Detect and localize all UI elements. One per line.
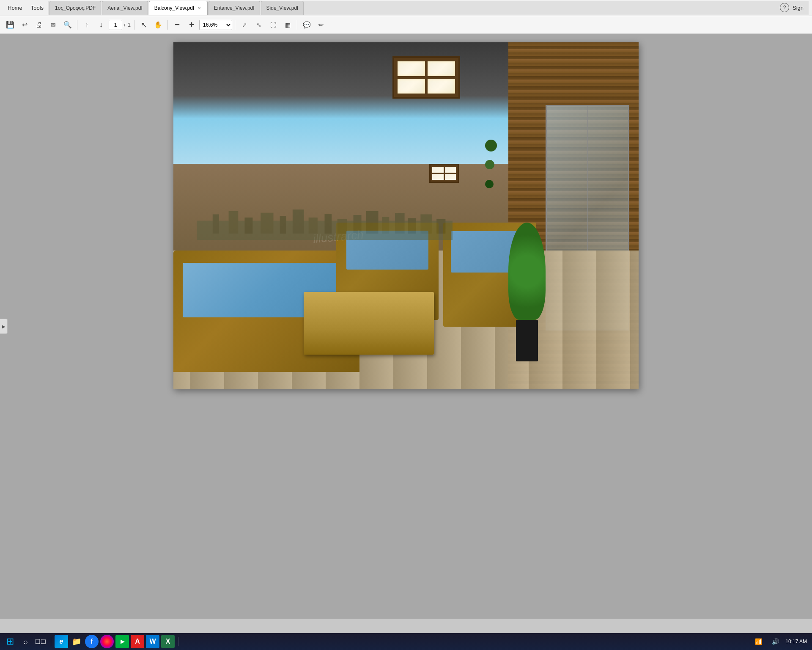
tab-tab4[interactable]: Entance_View.pdf [208, 1, 260, 15]
plant-leaves [508, 223, 546, 320]
tab-close-tab3[interactable]: × [197, 5, 202, 11]
tab-label-tab1: 1ος_Οροφος.PDF [55, 5, 96, 11]
tab-right-actions: ? Sign [780, 1, 807, 15]
tab-bar: 1ος_Οροφος.PDFAerial_View.pdfBalcony_Vie… [48, 1, 809, 15]
svg-rect-11 [366, 211, 379, 234]
page-separator: / [124, 22, 125, 28]
svg-rect-3 [244, 218, 252, 234]
plant-right [508, 223, 546, 361]
zoom-out-button[interactable]: − [170, 19, 184, 31]
svg-rect-6 [293, 210, 304, 234]
taskbar-volume-icon[interactable]: 🔊 [768, 635, 782, 648]
balcony-render-image: illustrarch [173, 42, 639, 389]
fit-page-button[interactable]: ⤡ [252, 19, 266, 31]
shelf-item-2 [485, 160, 494, 169]
lamp-body-large [392, 56, 460, 99]
svg-rect-4 [261, 213, 273, 234]
sign-button[interactable]: Sign [793, 5, 804, 11]
taskbar-time: 10:17 AM [785, 639, 809, 644]
svg-rect-1 [213, 215, 219, 234]
zoom-select[interactable]: 16.6% 50% 75% 100% 125% 150% 200% Fit Pa… [199, 20, 232, 30]
city-skyline-svg [197, 188, 453, 240]
tools2-button[interactable]: ▦ [281, 19, 294, 31]
svg-rect-16 [436, 219, 445, 234]
select-tool-button[interactable]: ↖ [137, 19, 151, 31]
tab-tab3[interactable]: Balcony_View.pdf× [149, 1, 208, 15]
toolbar: 💾 ↩ 🖨 ✉ 🔍 ↑ ↓ / 1 ↖ ✋ − + 16.6% 50% 75 [0, 16, 812, 34]
tab-tab1[interactable]: 1ος_Οροφος.PDF [49, 1, 101, 15]
svg-rect-13 [395, 213, 405, 234]
ceiling-lamp-large [392, 56, 460, 99]
lamp-panel-tr [428, 61, 455, 76]
lamp-body-small [429, 164, 459, 183]
taskbar-app4-button[interactable]: W [146, 635, 159, 648]
tab-tab2[interactable]: Aerial_View.pdf [102, 1, 148, 15]
draw-button[interactable]: ✏ [314, 19, 328, 31]
fit-width-button[interactable]: ⤢ [238, 19, 251, 31]
tab-label-tab2: Aerial_View.pdf [107, 5, 143, 11]
tab-label-tab5: Side_View.pdf [266, 5, 299, 11]
full-screen-button[interactable]: ⛶ [266, 19, 280, 31]
email-button[interactable]: ✉ [47, 19, 60, 31]
svg-rect-7 [309, 218, 318, 234]
tab-label-tab4: Entance_View.pdf [214, 5, 255, 11]
taskbar-edge-button[interactable]: e [55, 635, 68, 648]
page-total: 1 [128, 22, 131, 28]
taskbar-app3-button[interactable]: ▶ [115, 635, 129, 648]
search-button[interactable]: 🔍 [61, 19, 74, 31]
tab-tab5[interactable]: Side_View.pdf [261, 1, 304, 15]
lamp2-panel-tl [432, 167, 444, 173]
lamp-panel-br [428, 79, 455, 94]
svg-rect-10 [354, 215, 362, 234]
svg-rect-15 [420, 215, 431, 234]
main-content: ▶ [0, 34, 812, 619]
separator5 [297, 20, 297, 30]
plant-pot [516, 320, 538, 361]
menu-and-tabs-row: Home Tools 1ος_Οροφος.PDFAerial_View.pdf… [0, 0, 812, 16]
svg-rect-8 [325, 214, 332, 234]
page-up-button[interactable]: ↑ [80, 19, 93, 31]
lamp2-panel-bl [432, 174, 444, 180]
lamp-panel-bl [398, 79, 425, 94]
taskbar-divider-2 [178, 637, 178, 646]
page-number-input[interactable] [109, 20, 122, 30]
lamp-panel-tl [398, 61, 425, 76]
windows-start-button[interactable]: ⊞ [3, 635, 17, 648]
svg-rect-12 [382, 217, 390, 234]
undo-button[interactable]: ↩ [18, 19, 31, 31]
ceiling-lamp-small [429, 164, 459, 183]
page-down-button[interactable]: ↓ [94, 19, 108, 31]
print-button[interactable]: 🖨 [32, 19, 46, 31]
collapse-panel-button[interactable]: ▶ [0, 319, 8, 334]
tab-label-tab3: Balcony_View.pdf [154, 5, 195, 11]
pdf-page: illustrarch [173, 42, 639, 389]
svg-rect-9 [337, 219, 347, 234]
taskbar-acrobat-button[interactable]: A [131, 635, 144, 648]
zoom-in-button[interactable]: + [185, 19, 198, 31]
shelf-item-3 [485, 180, 494, 188]
separator3 [167, 20, 168, 30]
tools-menu[interactable]: Tools [27, 3, 48, 13]
lamp2-panel-br [445, 174, 456, 180]
separator4 [235, 20, 235, 30]
separator1 [77, 20, 77, 30]
taskbar-app5-button[interactable]: X [161, 635, 175, 648]
hand-tool-button[interactable]: ✋ [151, 19, 165, 31]
taskbar-app2-button[interactable] [100, 635, 114, 648]
taskbar-explorer-button[interactable]: 📁 [70, 635, 83, 648]
coffee-table [304, 292, 434, 355]
top-area: Home Tools 1ος_Οροφος.PDFAerial_View.pdf… [0, 0, 812, 34]
taskbar-app1-button[interactable]: f [85, 635, 99, 648]
taskbar-taskview-button[interactable]: ❑❑ [34, 635, 47, 648]
help-button[interactable]: ? [780, 3, 789, 12]
tabs-container: 1ος_Οροφος.PDFAerial_View.pdfBalcony_Vie… [49, 1, 304, 15]
taskbar-network-icon[interactable]: 📶 [752, 635, 765, 648]
wall-shelf [485, 140, 508, 296]
comment-button[interactable]: 💬 [300, 19, 313, 31]
taskbar: ⊞ ⌕ ❑❑ e 📁 f ▶ A W X 📶 🔊 10:17 AM [0, 633, 812, 650]
save-button[interactable]: 💾 [3, 19, 17, 31]
home-menu[interactable]: Home [3, 3, 27, 13]
shelf-item-1 [485, 140, 497, 151]
taskbar-search-button[interactable]: ⌕ [19, 635, 32, 648]
lamp2-panel-tr [445, 167, 456, 173]
